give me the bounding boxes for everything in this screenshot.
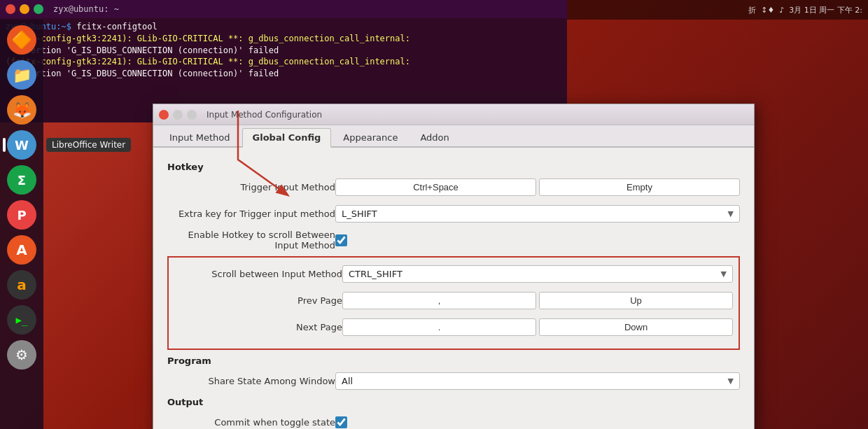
- taskbar-top: 折 ↕♦ ♪ 3月 1日 周一 下午 2:: [567, 0, 868, 20]
- enable-hotkey-checkbox[interactable]: [335, 234, 347, 246]
- dock-icon-software[interactable]: A: [6, 234, 38, 266]
- next-page-btn1[interactable]: .: [342, 318, 536, 336]
- program-section-header: Program: [167, 356, 740, 366]
- next-page-btn2[interactable]: Down: [539, 318, 733, 336]
- dock-icon-terminal[interactable]: ▶_: [6, 304, 38, 336]
- scroll-dropdown-arrow-icon: ▼: [721, 269, 727, 279]
- commit-toggle-checkbox[interactable]: [335, 416, 347, 428]
- enable-hotkey-label: Enable Hotkey to scroll Between Input Me…: [167, 230, 335, 251]
- terminal-line-3: assertion 'G_IS_DBUS_CONNECTION (connect…: [6, 45, 561, 57]
- dialog-titlebar: Input Method Configuration: [153, 104, 754, 125]
- tab-addon[interactable]: Addon: [410, 128, 459, 146]
- prev-page-label: Prev Page: [174, 295, 342, 306]
- extra-key-label: Extra key for Trigger input method: [167, 209, 335, 219]
- prev-page-btns: , Up: [342, 292, 733, 309]
- trigger-btn-empty[interactable]: Empty: [539, 178, 740, 196]
- next-page-btns: . Down: [342, 318, 733, 336]
- terminal-close-btn[interactable]: [6, 4, 15, 14]
- dock-icon-settings[interactable]: ⚙: [6, 339, 38, 371]
- dialog-title: Input Method Configuration: [206, 110, 322, 120]
- share-state-arrow-icon: ▼: [728, 377, 734, 386]
- hotkey-scroll-box: Scroll between Input Method CTRL_SHIFT ▼…: [167, 256, 740, 350]
- dialog-body: Hotkey Trigger Input Method Ctrl+Space E…: [153, 148, 754, 429]
- share-state-value: All: [342, 376, 353, 386]
- share-state-row: Share State Among Window All ▼: [167, 370, 740, 391]
- scroll-between-value: CTRL_SHIFT: [349, 269, 402, 279]
- hotkey-section-header: Hotkey: [167, 162, 740, 172]
- dialog-tabs: Input Method Global Config Appearance Ad…: [153, 125, 754, 148]
- extra-key-dropdown[interactable]: L_SHIFT ▼: [335, 205, 740, 223]
- trigger-label: Trigger Input Method: [167, 182, 335, 192]
- scroll-between-label: Scroll between Input Method: [174, 269, 342, 279]
- commit-toggle-checkbox-area: [335, 416, 347, 428]
- trigger-input-method-row: Trigger Input Method Ctrl+Space Empty: [167, 176, 740, 197]
- dialog-close-btn[interactable]: [159, 110, 169, 120]
- extra-key-value: L_SHIFT: [342, 209, 377, 219]
- enable-hotkey-scroll-row: Enable Hotkey to scroll Between Input Me…: [167, 230, 740, 251]
- dock-icon-firefox[interactable]: 🦊: [6, 94, 38, 126]
- output-section-header: Output: [167, 397, 740, 407]
- prev-page-btn2[interactable]: Up: [539, 292, 733, 309]
- dock-icon-files[interactable]: 📁: [6, 59, 38, 91]
- input-method-configuration-dialog: Input Method Configuration Input Method …: [153, 104, 755, 429]
- dock-icon-impress[interactable]: P: [6, 199, 38, 231]
- dialog-min-btn[interactable]: [173, 110, 183, 120]
- terminal-line-5: assertion 'G_IS_DBUS_CONNECTION (connect…: [6, 68, 561, 80]
- ubuntu-dock: 🔶 📁 🦊 W LibreOffice Writer Σ P A: [0, 20, 43, 429]
- tab-global-config[interactable]: Global Config: [242, 128, 332, 148]
- terminal-line-2: (fcitx-config-gtk3:2241): GLib-GIO-CRITI…: [6, 33, 561, 45]
- share-state-dropdown[interactable]: All ▼: [335, 372, 740, 390]
- trigger-btn-ctrl-space[interactable]: Ctrl+Space: [335, 178, 536, 196]
- terminal-min-btn[interactable]: [20, 4, 29, 14]
- dock-tooltip-writer: LibreOffice Writer: [46, 138, 131, 152]
- terminal-title: zyx@ubuntu: ~: [53, 4, 119, 14]
- extra-key-arrow-icon: ▼: [728, 209, 734, 218]
- dock-icon-writer[interactable]: W LibreOffice Writer: [6, 129, 38, 161]
- terminal-line-1: zyx@ubuntu:~$ fcitx-configtool: [6, 21, 561, 33]
- dock-icon-calc[interactable]: Σ: [6, 164, 38, 196]
- commit-toggle-row: Commit when toggle state: [167, 412, 740, 429]
- terminal-titlebar: zyx@ubuntu: ~: [0, 0, 567, 18]
- share-state-label: Share State Among Window: [167, 376, 335, 386]
- scroll-between-dropdown[interactable]: CTRL_SHIFT ▼: [342, 265, 733, 283]
- dialog-max-btn[interactable]: [187, 110, 197, 120]
- prev-page-row: Prev Page , Up: [174, 290, 733, 311]
- next-page-row: Next Page . Down: [174, 316, 733, 337]
- next-page-label: Next Page: [174, 322, 342, 332]
- extra-key-row: Extra key for Trigger input method L_SHI…: [167, 203, 740, 224]
- tab-appearance[interactable]: Appearance: [332, 128, 408, 146]
- tab-input-method[interactable]: Input Method: [159, 128, 241, 146]
- dock-icon-amazon[interactable]: a: [6, 269, 38, 301]
- terminal-body: zyx@ubuntu:~$ fcitx-configtool (fcitx-co…: [0, 18, 567, 83]
- taskbar-icons: 折 ↕♦ ♪ 3月 1日 周一 下午 2:: [748, 5, 862, 15]
- trigger-btns: Ctrl+Space Empty: [335, 178, 740, 196]
- commit-toggle-label: Commit when toggle state: [167, 417, 335, 428]
- prev-page-btn1[interactable]: ,: [342, 292, 536, 309]
- dock-icon-ubuntu[interactable]: 🔶: [6, 24, 38, 56]
- enable-hotkey-checkbox-area: [335, 234, 347, 246]
- terminal-line-4: (fcitx-config-gtk3:2241): GLib-GIO-CRITI…: [6, 56, 561, 68]
- scroll-between-row: Scroll between Input Method CTRL_SHIFT ▼: [174, 263, 733, 284]
- terminal-max-btn[interactable]: [34, 4, 43, 14]
